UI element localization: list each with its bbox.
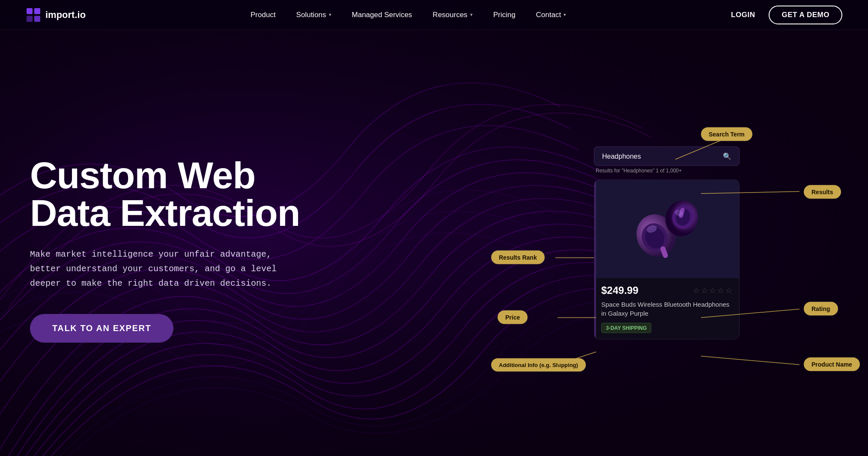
- search-icon: 🔍: [723, 152, 731, 160]
- star-3: ☆: [709, 286, 716, 295]
- chevron-down-icon: ▾: [470, 12, 473, 18]
- annotation-additional-info: Additional Info (e.g. Shipping): [491, 358, 586, 372]
- annotation-price: Price: [498, 311, 528, 324]
- logo-text: import.io: [45, 9, 86, 21]
- product-price: $249.99: [601, 284, 638, 296]
- nav-item-resources[interactable]: Resources ▾: [433, 11, 472, 19]
- hero-subtitle: Make market intelligence your unfair adv…: [30, 247, 295, 291]
- nav-link-contact[interactable]: Contact ▾: [536, 11, 567, 19]
- nav-link-pricing[interactable]: Pricing: [493, 11, 516, 19]
- get-demo-button[interactable]: GET A DEMO: [769, 6, 842, 24]
- talk-to-expert-button[interactable]: TALK TO AN EXPERT: [30, 314, 173, 343]
- annotation-search-term: Search Term: [701, 127, 752, 141]
- search-bar[interactable]: Headphones 🔍: [594, 147, 740, 166]
- nav-item-contact[interactable]: Contact ▾: [536, 11, 567, 19]
- product-card-wrapper: Headphones 🔍 Results for "Headphones" 1 …: [594, 147, 740, 340]
- demo-container: Search Term Results Results Rank Price R…: [491, 125, 825, 340]
- nav-item-managed-services[interactable]: Managed Services: [352, 11, 412, 19]
- hero-title: Custom Web Data Extraction: [30, 157, 330, 232]
- login-button[interactable]: LOGIN: [731, 11, 755, 19]
- annotation-rating: Rating: [804, 302, 838, 316]
- nav-link-managed-services[interactable]: Managed Services: [352, 11, 412, 19]
- product-image-area: [594, 180, 739, 278]
- nav-links: Product Solutions ▾ Managed Services Res…: [251, 11, 566, 19]
- svg-rect-1: [34, 8, 40, 14]
- nav-link-solutions[interactable]: Solutions ▾: [296, 11, 331, 19]
- product-image: [624, 187, 710, 272]
- product-name: Space Buds Wireless Bluetooth Headphones…: [601, 300, 732, 318]
- nav-link-product[interactable]: Product: [251, 11, 276, 19]
- main-navigation: import.io Product Solutions ▾ Managed Se…: [0, 0, 868, 30]
- star-1: ☆: [693, 286, 700, 295]
- logo-icon: [26, 7, 41, 23]
- product-info: $249.99 ☆ ☆ ☆ ☆ ☆ Space Buds Wireless Bl…: [594, 278, 739, 339]
- nav-item-product[interactable]: Product: [251, 11, 276, 19]
- shipping-badge: 3-DAY SHIPPING: [601, 323, 651, 333]
- star-5: ☆: [725, 286, 732, 295]
- annotation-results-rank: Results Rank: [491, 251, 545, 264]
- nav-actions: LOGIN GET A DEMO: [731, 6, 842, 24]
- nav-item-pricing[interactable]: Pricing: [493, 11, 516, 19]
- star-4: ☆: [717, 286, 724, 295]
- annotation-results: Results: [804, 185, 841, 199]
- svg-rect-3: [34, 16, 40, 22]
- chevron-down-icon: ▾: [329, 12, 331, 18]
- product-price-row: $249.99 ☆ ☆ ☆ ☆ ☆: [601, 284, 732, 296]
- hero-content: Custom Web Data Extraction Make market i…: [30, 157, 330, 343]
- results-info: Results for "Headphones" 1 of 1,000+: [594, 166, 740, 177]
- search-value: Headphones: [602, 152, 641, 160]
- nav-link-resources[interactable]: Resources ▾: [433, 11, 472, 19]
- svg-rect-2: [27, 16, 33, 22]
- search-wrapper: Headphones 🔍 Results for "Headphones" 1 …: [594, 147, 740, 177]
- product-card: $249.99 ☆ ☆ ☆ ☆ ☆ Space Buds Wireless Bl…: [594, 180, 740, 340]
- hero-section: Custom Web Data Extraction Make market i…: [0, 0, 868, 456]
- chevron-down-icon: ▾: [564, 12, 566, 18]
- nav-item-solutions[interactable]: Solutions ▾: [296, 11, 331, 19]
- star-rating: ☆ ☆ ☆ ☆ ☆: [693, 286, 732, 295]
- annotation-product-name: Product Name: [804, 358, 860, 371]
- svg-rect-0: [27, 8, 33, 14]
- star-2: ☆: [701, 286, 708, 295]
- logo[interactable]: import.io: [26, 7, 86, 23]
